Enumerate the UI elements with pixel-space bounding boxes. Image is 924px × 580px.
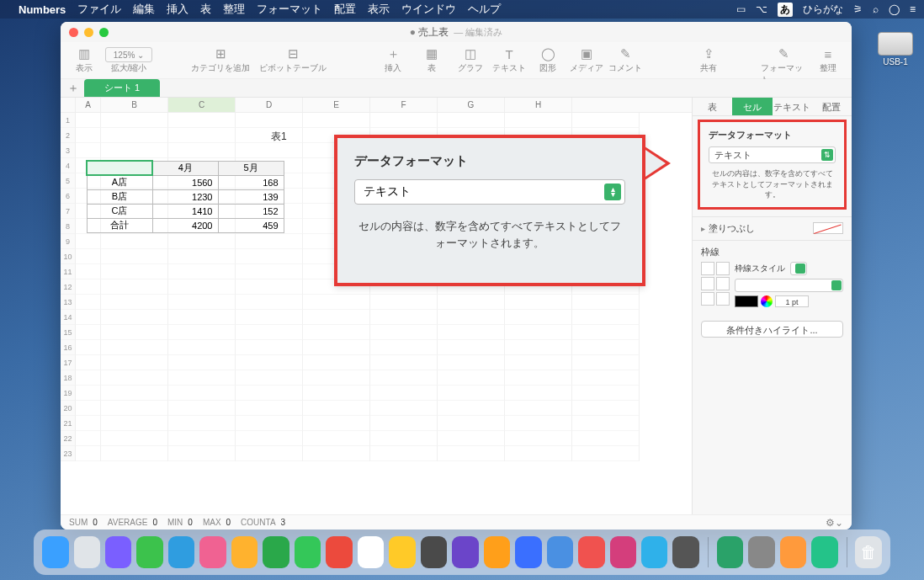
dock-app-18[interactable] <box>610 536 636 568</box>
notification-icon[interactable]: ≡ <box>910 3 916 15</box>
menu-table[interactable]: 表 <box>200 2 211 17</box>
add-sheet-button[interactable]: ＋ <box>66 81 81 96</box>
insert-button[interactable]: ＋挿入 <box>376 45 410 74</box>
row-header[interactable]: 21 <box>61 416 76 431</box>
row-header[interactable]: 19 <box>61 386 76 401</box>
data-table[interactable]: 4月 5月 A店1560168B店1230139C店1410152合計42004… <box>86 160 284 233</box>
zoom-control[interactable]: 125% ⌄拡大/縮小 <box>106 45 151 74</box>
fill-section[interactable]: ▸塗りつぶし <box>693 216 852 240</box>
table-row[interactable]: 合計4200459 <box>87 218 284 232</box>
search-icon[interactable]: ⌕ <box>873 3 879 15</box>
inspector-tab-cell[interactable]: セル <box>732 98 772 115</box>
comment-button[interactable]: ✎コメント <box>608 45 642 74</box>
row-header[interactable]: 3 <box>61 143 76 158</box>
table-row[interactable]: B店1230139 <box>87 189 284 204</box>
dock-app-17[interactable] <box>578 536 604 568</box>
row-header[interactable]: 16 <box>61 340 76 355</box>
table-button[interactable]: ▦表 <box>415 45 449 74</box>
menubar-app[interactable]: Numbers <box>19 3 66 16</box>
dock-app-7[interactable] <box>263 536 289 568</box>
gear-icon[interactable]: ⚙︎⌄ <box>826 517 843 529</box>
dock-app-9[interactable] <box>326 536 352 568</box>
dock-app-4[interactable] <box>168 536 194 568</box>
inspector-tab-arrange[interactable]: 配置 <box>812 98 852 115</box>
conditional-highlight-button[interactable]: 条件付きハイライト... <box>701 321 843 338</box>
dock-app-1[interactable] <box>74 536 100 568</box>
dock-app-10[interactable] <box>358 536 384 568</box>
menu-format[interactable]: フォーマット <box>257 2 322 17</box>
dock-app-21[interactable] <box>717 536 743 568</box>
row-header[interactable]: 2 <box>61 128 76 143</box>
add-category-button[interactable]: ⊞カテゴリを追加 <box>187 45 254 74</box>
menu-window[interactable]: ウインドウ <box>401 2 456 17</box>
table-title[interactable]: 表1 <box>271 130 287 144</box>
dock-app-20[interactable] <box>672 536 698 568</box>
dock-app-3[interactable] <box>136 536 162 568</box>
border-color[interactable] <box>735 295 758 307</box>
dock-app-12[interactable] <box>421 536 447 568</box>
col-E[interactable]: E <box>303 98 370 112</box>
row-header[interactable]: 10 <box>61 249 76 264</box>
view-button[interactable]: ▥表示 <box>67 45 101 74</box>
row-header[interactable]: 7 <box>61 204 76 219</box>
col-header-5gatsu[interactable]: 5月 <box>218 161 284 175</box>
dock-app-2[interactable] <box>105 536 131 568</box>
ime-badge[interactable]: あ <box>778 3 793 17</box>
media-button[interactable]: ▣メディア <box>570 45 603 74</box>
menu-insert[interactable]: 挿入 <box>167 2 189 17</box>
text-button[interactable]: Tテキスト <box>492 45 526 74</box>
menu-organize[interactable]: 整理 <box>223 2 245 17</box>
dock-app-6[interactable] <box>231 536 258 568</box>
table-row[interactable]: C店1410152 <box>87 204 284 218</box>
desktop-drive[interactable]: USB-1 <box>874 32 917 67</box>
row-header[interactable]: 12 <box>61 279 76 295</box>
selected-header-cell[interactable] <box>87 161 152 175</box>
dock-app-11[interactable] <box>389 536 415 568</box>
ime-label[interactable]: ひらがな <box>803 3 843 17</box>
col-H[interactable]: H <box>505 98 572 112</box>
fill-swatch[interactable] <box>813 222 843 234</box>
dock-app-14[interactable] <box>484 536 510 568</box>
inspector-tab-text[interactable]: テキスト <box>773 98 812 115</box>
data-format-select[interactable]: テキスト ⇅ <box>709 146 836 163</box>
row-header[interactable]: 1 <box>61 113 76 128</box>
row-header[interactable]: 22 <box>61 431 76 446</box>
row-header[interactable]: 4 <box>61 158 76 173</box>
dock-app-8[interactable] <box>295 536 321 568</box>
row-header[interactable]: 8 <box>61 219 76 234</box>
dock-app-16[interactable] <box>547 536 573 568</box>
dock-app-15[interactable] <box>515 536 541 568</box>
dock-app-22[interactable] <box>748 536 774 568</box>
table-row[interactable]: A店1560168 <box>87 175 284 189</box>
dock-trash[interactable]: 🗑 <box>855 536 881 568</box>
dock-app-13[interactable] <box>452 536 478 568</box>
border-line-select[interactable] <box>735 279 843 292</box>
color-wheel-icon[interactable] <box>761 295 773 307</box>
row-header[interactable]: 23 <box>61 446 76 461</box>
row-header[interactable]: 13 <box>61 295 76 310</box>
inspector-tab-table[interactable]: 表 <box>693 98 732 115</box>
row-header[interactable]: 5 <box>61 173 76 189</box>
row-header[interactable]: 15 <box>61 325 76 340</box>
menu-edit[interactable]: 編集 <box>133 2 155 17</box>
dock-app-5[interactable] <box>199 536 226 568</box>
col-header-4gatsu[interactable]: 4月 <box>152 161 218 175</box>
col-G[interactable]: G <box>438 98 505 112</box>
wifi-icon[interactable]: ⚞ <box>853 3 863 15</box>
menu-file[interactable]: ファイル <box>77 2 121 17</box>
control-center-icon[interactable]: ⌥ <box>756 3 767 15</box>
menu-arrange[interactable]: 配置 <box>334 2 356 17</box>
row-header[interactable]: 14 <box>61 310 76 325</box>
pivot-button[interactable]: ⊟ピボットテーブル <box>259 45 327 74</box>
row-header[interactable]: 9 <box>61 234 76 249</box>
dock-app-24[interactable] <box>811 536 837 568</box>
border-preset-grid[interactable] <box>701 262 730 307</box>
col-F[interactable]: F <box>370 98 438 112</box>
chart-button[interactable]: ◫グラフ <box>454 45 487 74</box>
row-header[interactable]: 18 <box>61 370 76 386</box>
menu-help[interactable]: ヘルプ <box>468 2 501 17</box>
user-icon[interactable]: ◯ <box>889 3 900 15</box>
col-A[interactable]: A <box>76 98 101 112</box>
dock-app-23[interactable] <box>780 536 806 568</box>
row-header[interactable]: 6 <box>61 189 76 204</box>
